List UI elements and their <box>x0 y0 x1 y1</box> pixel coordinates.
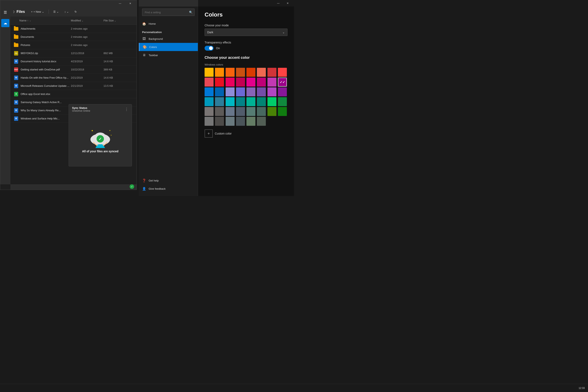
minimize-button[interactable]: — <box>115 0 125 7</box>
transparency-toggle[interactable] <box>204 46 214 51</box>
table-row[interactable]: W Document history tutorial.docx 4/23/20… <box>10 57 136 66</box>
color-swatch[interactable] <box>246 97 256 106</box>
color-swatch[interactable] <box>257 117 266 126</box>
color-swatch[interactable] <box>268 97 276 106</box>
color-swatch[interactable] <box>215 68 224 77</box>
color-swatch[interactable] <box>257 78 266 86</box>
color-swatch[interactable] <box>204 88 214 96</box>
title-bar-controls: — ✕ <box>115 0 135 7</box>
folder-icon <box>14 27 18 30</box>
sort-button[interactable]: ↕ ⌄ <box>62 10 71 14</box>
color-swatch[interactable] <box>204 97 214 106</box>
color-swatch[interactable] <box>226 78 234 86</box>
table-row[interactable]: zip 965YOKDJ.zip 12/11/2018 892 MB <box>10 49 136 57</box>
settings-close-button[interactable]: ✕ <box>283 0 292 6</box>
color-swatch[interactable] <box>215 78 224 86</box>
mode-section: Choose your mode Dark ⌄ <box>204 24 288 36</box>
color-swatch[interactable] <box>246 107 256 116</box>
table-row[interactable]: W Hands-On with the New Free Office Ap..… <box>10 74 136 82</box>
col-modified-header[interactable]: Modified ⌄ <box>71 19 104 22</box>
word-icon: W <box>14 84 18 88</box>
color-swatch[interactable] <box>236 117 245 126</box>
mode-dropdown[interactable]: Dark ⌄ <box>204 28 288 36</box>
color-swatch[interactable] <box>236 97 245 106</box>
color-swatch[interactable] <box>268 107 276 116</box>
color-swatch[interactable] <box>226 88 234 96</box>
new-button[interactable]: + + New ⌄ <box>29 10 46 14</box>
color-swatch[interactable] <box>246 68 256 77</box>
color-swatch[interactable] <box>257 107 266 116</box>
table-row[interactable]: Pictures 2 minutes ago <box>10 41 136 49</box>
table-row[interactable]: Documents 2 minutes ago <box>10 33 136 41</box>
mode-dropdown-chevron: ⌄ <box>282 30 285 34</box>
give-feedback-item[interactable]: 👤 Give feedback <box>139 184 198 193</box>
settings-minimize-button[interactable]: — <box>274 0 283 6</box>
color-swatch[interactable] <box>278 97 287 106</box>
settings-sidebar: 🔍 🏠 Home Personalization 🖼 Background 🎨 … <box>139 0 198 196</box>
color-swatch[interactable] <box>204 78 214 86</box>
color-swatch[interactable] <box>236 68 245 77</box>
settings-nav-home[interactable]: 🏠 Home <box>139 20 198 28</box>
settings-nav-background[interactable]: 🖼 Background <box>139 35 198 43</box>
table-row[interactable]: PDF Getting started with OneDrive.pdf 10… <box>10 66 136 74</box>
sync-popup-title-group: Sync Status OneDrive Online <box>72 106 90 112</box>
pdf-icon: PDF <box>14 68 18 72</box>
color-swatch[interactable] <box>236 88 245 96</box>
settings-search-input[interactable] <box>142 8 194 16</box>
file-name: Getting started with OneDrive.pdf <box>20 68 71 71</box>
color-swatch[interactable] <box>226 68 234 77</box>
color-swatch[interactable]: ✓ <box>278 78 287 86</box>
sync-ok-badge: ✓ <box>130 184 134 189</box>
table-row[interactable]: Attachments 2 minutes ago <box>10 25 136 33</box>
color-swatch[interactable] <box>278 88 287 96</box>
mode-dropdown-container: Dark ⌄ <box>204 28 288 36</box>
close-button[interactable]: ✕ <box>126 0 135 7</box>
get-help-item[interactable]: ❓ Get help <box>139 176 198 184</box>
refresh-button[interactable]: ↻ <box>72 10 79 14</box>
color-swatch[interactable] <box>215 117 224 126</box>
sync-popup-menu[interactable]: ⋮ <box>125 107 128 112</box>
status-bar: ✓ <box>10 184 136 190</box>
file-name: Why So Many Users Already Re... <box>20 109 71 112</box>
custom-color-button[interactable]: + Custom color <box>204 128 288 139</box>
color-swatch[interactable] <box>257 97 266 106</box>
table-row[interactable]: X Office app Excel test.xlsx <box>10 90 136 98</box>
color-swatch[interactable] <box>215 97 224 106</box>
color-swatch[interactable] <box>246 88 256 96</box>
color-swatch[interactable] <box>215 107 224 116</box>
file-size: 13.5 KB <box>104 84 124 88</box>
color-swatch[interactable] <box>278 107 287 116</box>
settings-nav-colors[interactable]: 🎨 Colors <box>139 43 198 51</box>
color-swatch[interactable] <box>236 107 245 116</box>
color-swatch[interactable] <box>268 78 276 86</box>
color-swatch[interactable] <box>268 68 276 77</box>
color-swatch[interactable] <box>257 68 266 77</box>
color-swatch[interactable] <box>215 88 224 96</box>
view-icon: ☰ <box>53 10 56 13</box>
give-feedback-label: Give feedback <box>149 187 166 190</box>
color-swatch[interactable] <box>226 97 234 106</box>
file-modified: 2/21/2019 <box>71 84 104 88</box>
color-swatch[interactable] <box>257 88 266 96</box>
col-name-header[interactable]: Name ↑ ⌄ <box>14 19 71 22</box>
settings-footer: ❓ Get help 👤 Give feedback <box>139 175 198 196</box>
table-row[interactable]: W Microsoft Releases Cumulative Update .… <box>10 82 136 90</box>
color-swatch[interactable] <box>268 88 276 96</box>
settings-nav-taskbar[interactable]: 🖥 Taskbar <box>139 51 198 59</box>
color-swatch[interactable] <box>278 68 287 77</box>
color-swatch[interactable] <box>226 107 234 116</box>
color-swatch[interactable] <box>246 117 256 126</box>
color-swatch[interactable] <box>226 117 234 126</box>
col-size-header[interactable]: File Size ⌄ <box>104 19 124 22</box>
file-name: Office app Excel test.xlsx <box>20 92 71 96</box>
file-list-header: Name ↑ ⌄ Modified ⌄ File Size ⌄ <box>10 16 136 25</box>
color-swatch[interactable] <box>204 107 214 116</box>
color-swatch[interactable] <box>236 78 245 86</box>
color-swatch[interactable] <box>246 78 256 86</box>
color-swatch[interactable] <box>204 68 214 77</box>
onedrive-icon[interactable]: ☁ <box>1 19 10 27</box>
color-swatch[interactable] <box>204 117 214 126</box>
hamburger-menu[interactable]: ☰ <box>1 8 10 16</box>
view-button[interactable]: ☰ ⌄ <box>51 10 61 14</box>
file-size: 389 KB <box>104 68 124 71</box>
